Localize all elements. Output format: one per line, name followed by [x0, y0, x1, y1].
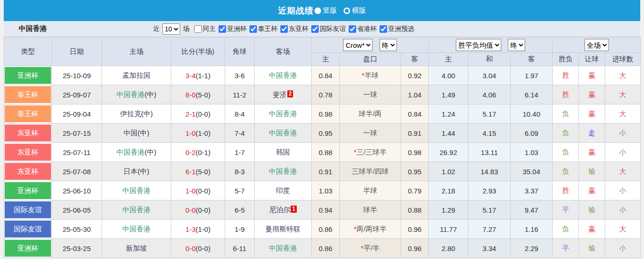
team-link[interactable]: 中国香港 — [123, 186, 151, 194]
score-cell: 0-0(0-0) — [171, 239, 225, 258]
sub-header-avg-win: 主 — [429, 53, 468, 66]
team-link[interactable]: 中国香港 — [269, 129, 297, 137]
result-handicap: 赢 — [579, 104, 605, 124]
team-link[interactable]: 中国香港 — [117, 148, 145, 156]
result-handicap: 赢 — [579, 143, 605, 162]
halftime-score: (0-1) — [196, 148, 211, 156]
sub-header-result-goals: 进球数 — [605, 53, 641, 66]
vertical-layout-radio[interactable] — [315, 7, 321, 14]
horizontal-layout-radio[interactable] — [344, 7, 350, 14]
team-link[interactable]: 曼彻斯特联 — [265, 225, 300, 233]
avg-win-odds: 2.80 — [429, 239, 468, 258]
match-date: 25-06-10 — [52, 181, 102, 200]
home-handicap-odds: 0.78 — [312, 85, 340, 104]
avg-time-select[interactable]: 终 — [508, 39, 525, 51]
avg-win-odds: 1.02 — [429, 162, 468, 181]
result-handicap: 赢 — [579, 220, 605, 239]
neutral-tag: (中) — [145, 90, 156, 98]
team-link[interactable]: 中国香港 — [123, 225, 151, 233]
home-team-cell: 中国香港(中) — [102, 143, 171, 162]
avg-lose-odds: 3.37 — [511, 181, 553, 200]
league-checkbox[interactable] — [349, 25, 356, 33]
same-home-checkbox[interactable] — [194, 25, 202, 33]
team-link[interactable]: 印度 — [276, 186, 290, 194]
team-link[interactable]: 中国香港 — [269, 110, 297, 118]
avg-win-odds: 1.44 — [429, 124, 468, 143]
match-row: 东亚杯25-07-15中国(中)1-0(1-0)7-4中国香港0.95一球0.9… — [4, 124, 641, 143]
result-handicap: 走 — [579, 124, 605, 143]
sub-header-avg-lose: 客 — [511, 53, 553, 66]
team-link[interactable]: 新加坡 — [126, 244, 147, 252]
result-wdl: 负 — [553, 162, 579, 181]
team-link[interactable]: 尼泊尔 — [269, 206, 290, 214]
match-type-badge: 亚洲杯 — [5, 182, 51, 199]
team-link[interactable]: 中国香港 — [269, 167, 297, 175]
match-type-badge: 东亚杯 — [5, 144, 51, 161]
result-wdl: 负 — [553, 104, 579, 124]
halftime-score: (1-1) — [196, 72, 211, 80]
fulltime-score: 1-3 — [185, 225, 196, 233]
corner-count: 7-4 — [225, 124, 255, 143]
away-handicap-odds: 0.92 — [401, 66, 429, 85]
team-link[interactable]: 中国香港 — [123, 206, 151, 214]
team-link[interactable]: 伊拉克 — [120, 110, 141, 118]
red-card-count: 2 — [287, 90, 293, 97]
result-scope-select[interactable]: 全场 — [585, 39, 609, 51]
recent-count-select[interactable]: 10 — [162, 23, 180, 35]
team-link[interactable]: 中国香港 — [269, 244, 297, 252]
same-home-label: 同主 — [203, 25, 216, 33]
match-type-badge-cell: 亚洲杯 — [4, 181, 52, 200]
team-link[interactable]: 孟加拉国 — [123, 71, 151, 79]
away-team-cell: 中国香港 — [255, 162, 312, 181]
score-cell: 6-1(5-0) — [171, 162, 225, 181]
away-team-cell: 韩国 — [255, 143, 312, 162]
match-date: 25-09-07 — [52, 85, 102, 104]
match-date: 25-07-15 — [52, 124, 102, 143]
home-handicap-odds: 0.94 — [312, 200, 340, 220]
corner-count: 6-11 — [225, 239, 255, 258]
away-team-cell: 中国香港 — [255, 239, 312, 258]
avg-win-odds: 1.24 — [429, 104, 468, 124]
home-handicap-odds: 0.86 — [312, 239, 340, 258]
halftime-score: (0-0) — [196, 244, 211, 252]
title-bar: 近期战绩 竖版 横版 — [4, 0, 640, 21]
filter-controls: 近 10 场 同主 亚洲杯泰王杯东亚杯国际友谊省港杯亚洲预选 — [151, 23, 536, 35]
score-cell: 0-2(0-1) — [171, 143, 225, 162]
sub-header-result-wdl: 胜负 — [553, 53, 579, 66]
match-row: 国际友谊25-06-05中国香港0-0(0-0)6-5尼泊尔10.94球半0.8… — [4, 200, 641, 220]
league-filters: 亚洲杯泰王杯东亚杯国际友谊省港杯亚洲预选 — [216, 25, 414, 33]
score-cell: 1-0(0-0) — [171, 181, 225, 200]
league-checkbox[interactable] — [219, 25, 226, 33]
result-handicap: 赢 — [579, 85, 605, 104]
handicap-time-select[interactable]: 终 — [380, 39, 397, 51]
league-checkbox[interactable] — [280, 25, 288, 33]
sub-header-result-handicap: 让球 — [579, 53, 605, 66]
bookmaker-select[interactable]: Crow* — [343, 39, 373, 51]
home-handicap-odds: 0.91 — [312, 162, 340, 181]
result-wdl: 胜 — [553, 85, 579, 104]
team-link[interactable]: 中国香港 — [117, 90, 145, 98]
page-title: 近期战绩 — [278, 5, 314, 16]
corner-count: 8-4 — [225, 104, 255, 124]
avg-draw-odds: 4.06 — [468, 85, 511, 104]
halftime-score: (0-0) — [196, 206, 211, 214]
team-link[interactable]: 日本 — [124, 167, 138, 175]
away-team-cell: 中国香港 — [255, 124, 312, 143]
avg-odds-select[interactable]: 胜平负均值 — [456, 39, 501, 51]
league-checkbox[interactable] — [380, 25, 387, 33]
vertical-layout-label: 竖版 — [323, 6, 337, 15]
avg-win-odds: 26.92 — [429, 143, 468, 162]
league-checkbox[interactable] — [311, 25, 319, 33]
result-handicap: 输 — [579, 239, 605, 258]
match-type-badge-cell: 国际友谊 — [4, 220, 52, 239]
team-link[interactable]: 中国 — [124, 129, 138, 137]
horizontal-layout-label: 横版 — [352, 6, 366, 15]
league-checkbox[interactable] — [249, 25, 257, 33]
team-link[interactable]: 中国香港 — [269, 71, 297, 79]
result-goals: 大 — [605, 66, 641, 85]
avg-win-odds: 1.29 — [429, 200, 468, 220]
team-link[interactable]: 斐济 — [273, 90, 287, 98]
team-link[interactable]: 韩国 — [276, 148, 290, 156]
match-row: 亚洲杯25-10-09孟加拉国3-4(1-1)3-6中国香港0.84*半球0.9… — [4, 66, 641, 85]
match-row: 国际友谊25-05-30中国香港1-3(1-0)1-9曼彻斯特联0.86*两/两… — [4, 220, 641, 239]
